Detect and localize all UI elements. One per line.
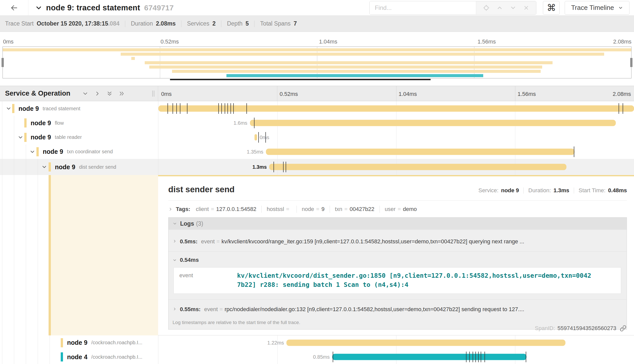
span-duration-label: 1.22ms: [265, 340, 287, 346]
indent-guide-line: [38, 175, 38, 335]
chevron-down-icon: [618, 5, 623, 10]
indent-guide-line: [14, 350, 14, 364]
span-row-txn-coordinator-send[interactable]: node 9 txn coordinator send 1.35ms: [0, 144, 634, 159]
divider: [297, 206, 297, 213]
service-name: node 9: [67, 339, 88, 346]
arrow-left-icon: [10, 3, 19, 12]
service-name: node 4: [67, 353, 88, 361]
back-button[interactable]: [0, 0, 28, 15]
chevron-down-icon: [29, 149, 35, 155]
chevron-right-icon: [168, 207, 173, 211]
span-bar[interactable]: [158, 105, 634, 112]
collapse-one-button[interactable]: [82, 90, 89, 97]
chevron-down-icon: [510, 5, 516, 11]
span-row-node9-roachpb[interactable]: node 9 /cockroach.roachpb.I... 1.22ms: [0, 335, 634, 350]
tags-row[interactable]: Tags: client=127.0.0.1:54582 hostssl= no…: [168, 206, 627, 213]
clear-find-button[interactable]: [523, 5, 529, 11]
double-chevron-down-icon: [106, 90, 113, 97]
span-id-value: 5597415943526560273: [558, 325, 616, 332]
service-operation-title: Service & Operation: [5, 90, 70, 97]
keyboard-shortcuts-button[interactable]: ⌘: [543, 1, 560, 15]
span-timeline-cell[interactable]: 1.3ms: [158, 159, 634, 175]
span-timeline-cell[interactable]: 0.85ms: [158, 350, 634, 364]
span-timeline-cell[interactable]: 1.6ms: [158, 116, 634, 130]
span-name-wrap: node 9 /cockroach.roachpb.I...: [0, 335, 158, 350]
collapse-span-chevron[interactable]: [6, 105, 12, 112]
span-bar[interactable]: [332, 354, 526, 360]
operation-name: flow: [55, 120, 64, 126]
service-color-chip: [24, 118, 27, 127]
divider: [221, 20, 221, 27]
chevron-down-icon: [173, 221, 177, 226]
indent-guide-line: [2, 116, 2, 130]
minimap-left-handle[interactable]: [2, 58, 4, 67]
page-title: node 9: traced statement: [46, 3, 140, 12]
find-input[interactable]: [370, 1, 476, 14]
collapse-span-chevron[interactable]: [41, 164, 47, 170]
minimap-scrubber[interactable]: [170, 79, 431, 80]
trace-view-selector[interactable]: Trace Timeline: [565, 1, 629, 15]
span-tree-cell: node 9 dist sender send: [0, 159, 158, 175]
span-duration-label: 1.35ms: [244, 149, 266, 155]
indent-guide-line: [14, 335, 14, 350]
log-event-tick: [227, 103, 228, 114]
divider: [379, 206, 380, 213]
tag-user: user=demo: [385, 206, 417, 212]
span-row-dist-sender-send[interactable]: node 9 dist sender send 1.3ms: [0, 159, 634, 175]
span-timeline-cell[interactable]: 1.22ms: [158, 335, 634, 350]
logs-section: Logs (3) 0.5ms: event = kv/kvclient/kvco…: [168, 217, 627, 330]
deep-link-icon[interactable]: [620, 325, 626, 332]
service-name: node 9: [55, 163, 75, 171]
logs-header[interactable]: Logs (3): [168, 218, 627, 230]
collapse-span-chevron[interactable]: [29, 149, 35, 155]
tag-txn: txn=00427b22: [335, 206, 374, 212]
log-event-tick: [623, 103, 623, 114]
log-event-tick: [173, 103, 173, 114]
span-bar[interactable]: [250, 120, 616, 126]
minimap-canvas[interactable]: [3, 47, 631, 78]
service-name: node 9: [18, 105, 39, 112]
minimap-right-handle[interactable]: [630, 58, 632, 67]
span-timeline-cell[interactable]: 0ms: [158, 130, 634, 144]
span-timeline-cell[interactable]: 1.35ms: [158, 144, 634, 159]
next-match-button[interactable]: [510, 5, 516, 11]
collapse-trace-chevron[interactable]: [35, 4, 43, 12]
log-row-0.55ms[interactable]: 0.55ms: event = rpc/nodedialer/nodediale…: [168, 299, 627, 318]
span-tree-cell: node 9 table reader: [0, 130, 158, 144]
locate-match-button[interactable]: [483, 5, 490, 11]
column-resizer-handle[interactable]: [152, 91, 154, 97]
log-event-tick: [218, 103, 219, 114]
span-name-wrap: node 9 txn coordinator send: [0, 144, 158, 159]
trace-timeline-page: node 9: traced statement 6749717: [0, 0, 634, 364]
log-event-tick: [180, 103, 180, 114]
span-row-table-reader[interactable]: node 9 table reader 0ms: [0, 130, 634, 144]
service-name: node 9: [43, 148, 63, 155]
span-row-flow[interactable]: node 9 flow 1.6ms: [0, 116, 634, 130]
span-bar[interactable]: [269, 164, 566, 170]
log-event-tick: [333, 352, 333, 362]
expand-one-button[interactable]: [94, 90, 101, 97]
tick-label: 1.56ms: [478, 38, 496, 45]
prev-match-button[interactable]: [496, 5, 503, 11]
span-rows: node 9 traced statement node 9 flow 1.6m…: [0, 101, 634, 364]
span-duration-label: 1.6ms: [231, 120, 250, 126]
chevron-down-icon: [41, 164, 47, 170]
trace-summary-bar: Trace Start October 15 2020, 17:38:15 .0…: [0, 16, 634, 32]
span-row-traced-statement[interactable]: node 9 traced statement: [0, 101, 634, 116]
span-row-node4-roachpb[interactable]: node 4 /cockroach.roachpb.I... 0.85ms: [0, 350, 634, 364]
chevron-up-icon: [496, 5, 503, 11]
indent-guide-line: [14, 130, 14, 144]
collapse-all-button[interactable]: [106, 90, 113, 97]
expand-all-button[interactable]: [118, 90, 125, 97]
log-row-0.5ms[interactable]: 0.5ms: event = kv/kvclient/kvcoord/range…: [168, 230, 627, 251]
log-event-tick: [469, 352, 470, 362]
span-bar[interactable]: [255, 134, 257, 140]
span-duration-label: 0ms: [257, 134, 272, 140]
tick-label: 1.04ms: [319, 38, 337, 45]
expanded-log-header[interactable]: 0.54ms: [173, 257, 622, 263]
collapse-span-chevron[interactable]: [17, 134, 24, 140]
span-bar[interactable]: [266, 148, 575, 155]
chevron-down-icon: [35, 4, 43, 12]
span-timeline-cell[interactable]: [158, 101, 634, 116]
span-bar[interactable]: [286, 339, 565, 346]
